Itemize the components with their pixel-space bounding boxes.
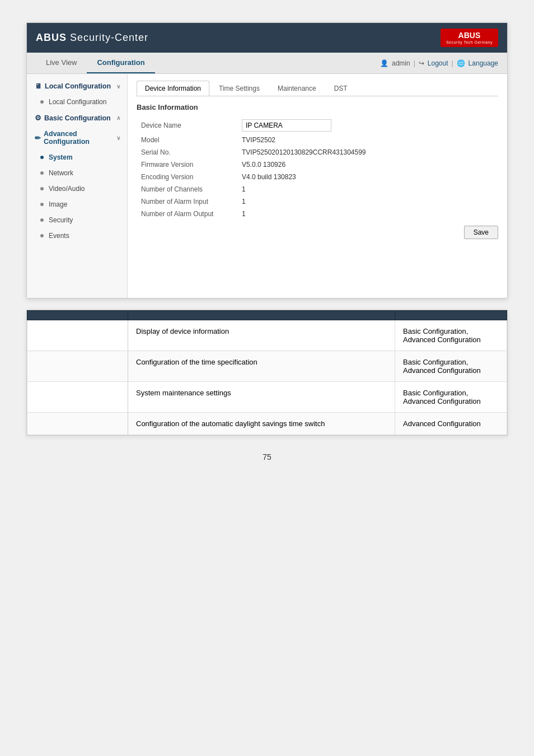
field-value-device-name (237, 117, 498, 134)
main-panel: Device Information Time Settings Mainten… (128, 74, 507, 298)
gear-icon: ⚙ (35, 114, 41, 122)
sidebar-local-config-label: Local Configuration (45, 82, 111, 90)
field-value-encoding: V4.0 build 130823 (237, 171, 498, 183)
chevron-down-icon: ∨ (116, 135, 120, 141)
table-row-channels: Number of Channels 1 (137, 183, 498, 195)
lower-table-row4-col2: Configuration of the automatic daylight … (128, 413, 395, 435)
dot-icon-system (40, 156, 44, 159)
lower-table-row1-col1 (27, 320, 128, 351)
lower-table-row3-col1 (27, 382, 128, 413)
app-header: ABUS Security-Center ABUS Security Tech … (27, 23, 507, 53)
field-label-firmware: Firmware Version (137, 158, 237, 171)
abus-logo-badge: ABUS Security Tech Germany (441, 29, 498, 47)
monitor-icon: 🖥 (35, 82, 42, 90)
table-row-model: Model TVIP52502 (137, 134, 498, 146)
field-label-alarm-input: Number of Alarm Input (137, 195, 237, 208)
chevron-up-icon: ∧ (116, 115, 120, 121)
section-title: Basic Information (137, 103, 498, 111)
chevron-icon: ∨ (116, 83, 120, 90)
tab-maintenance[interactable]: Maintenance (269, 81, 325, 96)
lower-table-row1-col3: Basic Configuration, Advanced Configurat… (395, 320, 507, 351)
lower-table-row-4: Configuration of the automatic daylight … (27, 413, 507, 435)
lower-table-row-3: System maintenance settings Basic Config… (27, 382, 507, 413)
nav-tabs: Live View Configuration (36, 53, 155, 73)
field-label-alarm-output: Number of Alarm Output (137, 208, 237, 220)
lower-table-row-2: Configuration of the time specification … (27, 351, 507, 382)
lower-table: Display of device information Basic Conf… (27, 310, 507, 435)
sidebar-advanced-config-header[interactable]: ✏ Advanced Configuration ∨ (27, 126, 127, 150)
lower-table-header-row (27, 311, 507, 320)
lower-table-row3-col3: Basic Configuration, Advanced Configurat… (395, 382, 507, 413)
content-area: 🖥 Local Configuration ∨ Local Configurat… (27, 74, 507, 298)
sidebar-item-system[interactable]: System (27, 150, 127, 165)
sidebar: 🖥 Local Configuration ∨ Local Configurat… (27, 74, 128, 298)
sidebar-item-security[interactable]: Security (27, 212, 127, 228)
field-label-serial: Serial No. (137, 146, 237, 158)
lower-table-header-3 (395, 311, 507, 320)
field-value-model: TVIP52502 (237, 134, 498, 146)
device-info-table: Device Name Model TVIP52502 Serial No. T… (137, 117, 498, 220)
table-row-serial: Serial No. TVIP525020120130829CCRR431304… (137, 146, 498, 158)
device-name-input[interactable] (242, 119, 331, 132)
table-row-encoding: Encoding Version V4.0 build 130823 (137, 171, 498, 183)
field-label-channels: Number of Channels (137, 183, 237, 195)
tab-configuration[interactable]: Configuration (87, 53, 154, 73)
sidebar-local-config-sub[interactable]: Local Configuration (27, 94, 127, 110)
dot-icon-video (40, 187, 44, 190)
field-value-alarm-output: 1 (237, 208, 498, 220)
field-value-serial: TVIP525020120130829CCRR431304599 (237, 146, 498, 158)
save-row: Save (137, 220, 498, 241)
field-value-alarm-input: 1 (237, 195, 498, 208)
lower-table-header-1 (27, 311, 128, 320)
field-label-device-name: Device Name (137, 117, 237, 134)
page-number: 75 (263, 452, 271, 461)
dot-icon (40, 100, 44, 104)
sidebar-item-video-audio[interactable]: Video/Audio (27, 181, 127, 197)
field-value-channels: 1 (237, 183, 498, 195)
dot-icon-image (40, 203, 44, 206)
user-icon: 👤 (380, 59, 388, 67)
tab-live-view[interactable]: Live View (36, 53, 87, 73)
sidebar-item-network[interactable]: Network (27, 165, 127, 181)
lower-table-row-1: Display of device information Basic Conf… (27, 320, 507, 351)
field-label-model: Model (137, 134, 237, 146)
field-value-firmware: V5.0.0 130926 (237, 158, 498, 171)
lower-table-row4-col1 (27, 413, 128, 435)
tab-bar: Device Information Time Settings Mainten… (137, 81, 498, 96)
tab-dst[interactable]: DST (326, 81, 356, 96)
nav-bar: Live View Configuration 👤 admin | ↪ Logo… (27, 53, 507, 74)
globe-icon: 🌐 (457, 59, 465, 67)
admin-label: admin (392, 59, 410, 67)
save-button[interactable]: Save (464, 226, 498, 239)
lower-table-row2-col2: Configuration of the time specification (128, 351, 395, 382)
nav-right: 👤 admin | ↪ Logout | 🌐 Language (380, 59, 498, 67)
logout-icon: ↪ (419, 59, 424, 67)
dot-icon-security (40, 218, 44, 222)
tab-time-settings[interactable]: Time Settings (210, 81, 268, 96)
dot-icon-events (40, 234, 44, 237)
dot-icon-network (40, 171, 44, 175)
lower-table-row4-col3: Advanced Configuration (395, 413, 507, 435)
table-row-alarm-input: Number of Alarm Input 1 (137, 195, 498, 208)
lower-table-row2-col3: Basic Configuration, Advanced Configurat… (395, 351, 507, 382)
pencil-icon: ✏ (35, 134, 41, 142)
table-row-alarm-output: Number of Alarm Output 1 (137, 208, 498, 220)
field-label-encoding: Encoding Version (137, 171, 237, 183)
table-row-firmware: Firmware Version V5.0.0 130926 (137, 158, 498, 171)
brand-title: ABUS Security-Center (36, 32, 148, 44)
lower-table-container: Display of device information Basic Conf… (26, 310, 508, 436)
logout-link[interactable]: Logout (428, 59, 448, 67)
sidebar-item-image[interactable]: Image (27, 197, 127, 212)
lower-table-row1-col2: Display of device information (128, 320, 395, 351)
table-row-device-name: Device Name (137, 117, 498, 134)
language-link[interactable]: Language (469, 59, 498, 67)
sidebar-local-config-header[interactable]: 🖥 Local Configuration ∨ (27, 78, 127, 94)
sidebar-item-events[interactable]: Events (27, 228, 127, 244)
lower-table-header-2 (128, 311, 395, 320)
tab-device-information[interactable]: Device Information (137, 81, 209, 96)
sidebar-basic-config-header[interactable]: ⚙ Basic Configuration ∧ (27, 110, 127, 126)
lower-table-row3-col2: System maintenance settings (128, 382, 395, 413)
lower-table-row2-col1 (27, 351, 128, 382)
